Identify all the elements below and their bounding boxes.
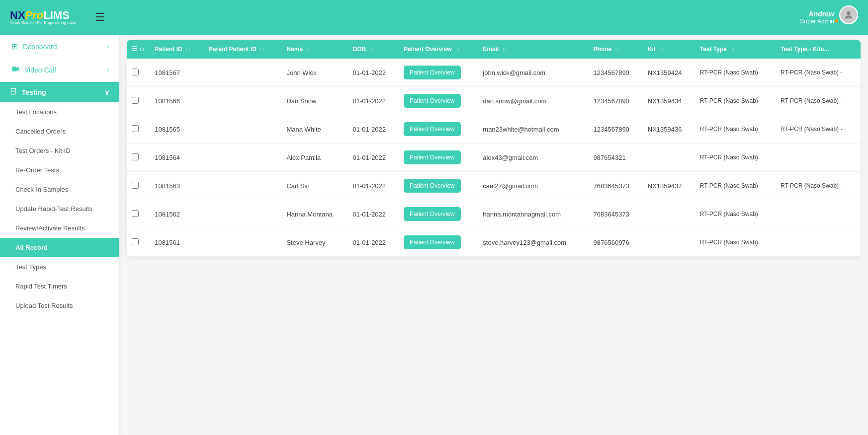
col-kit[interactable]: Kit ↑↓ [643, 40, 695, 59]
sidebar-item-cancelled-orders[interactable]: Cancelled Orders [0, 122, 119, 141]
hamburger-icon[interactable]: ☰ [95, 11, 105, 24]
row-checkbox[interactable] [132, 97, 139, 104]
sort-icon: ↑↓ [615, 47, 620, 52]
cell-parent-patient-id [204, 228, 282, 257]
table-row: 1081567 John Wick 01-01-2022 Patient Ove… [127, 59, 861, 87]
sidebar-item-all-record[interactable]: All Record [0, 238, 119, 257]
cell-patient-id: 1081566 [150, 87, 203, 115]
cell-test-type: RT-PCR (Naso Swab) [695, 115, 776, 144]
cell-kit: NX1359437 [643, 172, 695, 200]
col-email[interactable]: Email ↑↓ [478, 40, 588, 59]
cell-patient-overview: Patient Overview [399, 228, 478, 257]
sidebar-item-video-call[interactable]: Video Call › [0, 58, 119, 82]
svg-point-0 [847, 11, 850, 15]
online-indicator [834, 18, 839, 23]
video-call-icon [11, 65, 19, 75]
avatar[interactable] [839, 5, 858, 24]
table-row: 1081561 Steve Harvey 01-01-2022 Patient … [127, 228, 861, 257]
cell-checkbox[interactable] [127, 115, 150, 144]
cell-kit: NX1359434 [643, 87, 695, 115]
cell-test-type-kits [776, 200, 861, 228]
cell-checkbox[interactable] [127, 228, 150, 257]
col-phone[interactable]: Phone ↑↓ [589, 40, 643, 59]
sidebar-item-check-in-samples[interactable]: Check-In Samples [0, 180, 119, 199]
sidebar-item-update-rapid-test[interactable]: Update Rapid-Test Results [0, 199, 119, 218]
cell-email: hanna.montannagmail.com [478, 200, 588, 228]
cell-checkbox[interactable] [127, 144, 150, 172]
cell-checkbox[interactable] [127, 59, 150, 87]
logo-subtitle: Cloud Solution For Empowering Labs [10, 21, 76, 25]
sidebar-item-review-activate[interactable]: Review/Activate Results [0, 218, 119, 238]
cell-parent-patient-id [204, 115, 282, 144]
patient-overview-button[interactable]: Patient Overview [404, 122, 461, 136]
cell-test-type: RT-PCR (Naso Swab) [695, 144, 776, 172]
sidebar-item-dashboard[interactable]: ⊞ Dashboard › [0, 35, 119, 58]
cell-name: Hanna Montana [281, 200, 347, 228]
table-row: 1081563 Carl Sin 01-01-2022 Patient Over… [127, 172, 861, 200]
cell-phone: 1234567890 [589, 59, 643, 87]
logo-lims: LIMS [43, 10, 70, 21]
row-checkbox[interactable] [132, 153, 139, 160]
cell-checkbox[interactable] [127, 200, 150, 228]
sidebar-section-testing[interactable]: Testing ∨ [0, 82, 119, 102]
patient-overview-button[interactable]: Patient Overview [404, 150, 461, 164]
cell-checkbox[interactable] [127, 172, 150, 200]
col-checkbox[interactable]: ☰ ↑↓ [127, 40, 150, 59]
table-body: 1081567 John Wick 01-01-2022 Patient Ove… [127, 59, 861, 257]
sidebar-item-label: Test Types [15, 263, 46, 271]
cell-parent-patient-id [204, 59, 282, 87]
cell-parent-patient-id [204, 172, 282, 200]
cell-checkbox[interactable] [127, 87, 150, 115]
cell-patient-id: 1081564 [150, 144, 203, 172]
table-header-row: ☰ ↑↓ Patient ID ↑↓ Parent Patient ID ↑↓ … [127, 40, 861, 59]
col-dob[interactable]: DOB ↑↓ [348, 40, 399, 59]
col-label: Patient Overview [404, 46, 453, 53]
sidebar-item-label: Upload Test Results [15, 302, 73, 309]
sort-icon: ↑↓ [502, 47, 507, 52]
col-patient-overview[interactable]: Patient Overview ↑↓ [399, 40, 478, 59]
patient-overview-button[interactable]: Patient Overview [404, 94, 461, 108]
cell-name: Alex Pamila [281, 144, 347, 172]
sidebar-item-label: Cancelled Orders [15, 128, 66, 135]
row-checkbox[interactable] [132, 125, 139, 132]
sidebar-item-test-orders-kit[interactable]: Test Orders - Kit ID [0, 141, 119, 160]
sidebar-item-test-types[interactable]: Test Types [0, 257, 119, 277]
cell-test-type-kits: RT-PCR (Naso Swab) - [776, 115, 861, 144]
col-patient-id[interactable]: Patient ID ↑↓ [150, 40, 203, 59]
sidebar-item-upload-test-results[interactable]: Upload Test Results [0, 296, 119, 315]
cell-email: steve.harvey123@gmail.com [478, 228, 588, 257]
row-checkbox[interactable] [132, 238, 139, 245]
patient-overview-button[interactable]: Patient Overview [404, 179, 461, 193]
col-test-type-kits[interactable]: Test Type - Kits... [776, 40, 861, 59]
col-label: Kit [648, 46, 657, 53]
patient-overview-button[interactable]: Patient Overview [404, 235, 461, 249]
col-parent-patient-id[interactable]: Parent Patient ID ↑↓ [204, 40, 282, 59]
cell-dob: 01-01-2022 [348, 87, 399, 115]
row-checkbox[interactable] [132, 182, 139, 189]
cell-dob: 01-01-2022 [348, 59, 399, 87]
cell-dob: 01-01-2022 [348, 200, 399, 228]
logo-nx: NX [10, 10, 25, 21]
sort-icon: ↑↓ [260, 47, 264, 52]
cell-test-type: RT-PCR (Naso Swab) [695, 172, 776, 200]
row-checkbox[interactable] [132, 210, 139, 217]
cell-dob: 01-01-2022 [348, 172, 399, 200]
patient-overview-button[interactable]: Patient Overview [404, 207, 461, 221]
cell-test-type-kits: RT-PCR (Naso Swab) - [776, 59, 861, 87]
cell-dob: 01-01-2022 [348, 144, 399, 172]
row-checkbox[interactable] [132, 69, 139, 75]
sidebar-item-label: Review/Activate Results [15, 224, 85, 232]
cell-kit [643, 228, 695, 257]
main-layout: ⊞ Dashboard › Video Call › Testing ∨ Tes… [0, 35, 868, 435]
col-test-type[interactable]: Test Type ↑↓ [695, 40, 776, 59]
table-row: 1081562 Hanna Montana 01-01-2022 Patient… [127, 200, 861, 228]
sidebar-item-test-locations[interactable]: Test Locations [0, 102, 119, 122]
cell-email: dan.snow@gmail.com [478, 87, 588, 115]
patient-overview-button[interactable]: Patient Overview [404, 66, 461, 79]
col-name[interactable]: Name ↑↓ [281, 40, 347, 59]
table-row: 1081566 Dan Snow 01-01-2022 Patient Over… [127, 87, 861, 115]
sidebar-item-rapid-test-timers[interactable]: Rapid Test Timers [0, 277, 119, 296]
col-label: Test Type [700, 46, 729, 53]
cell-test-type-kits: RT-PCR (Naso Swab) - [776, 172, 861, 200]
sidebar-item-re-order-tests[interactable]: Re-Order Tests [0, 160, 119, 180]
